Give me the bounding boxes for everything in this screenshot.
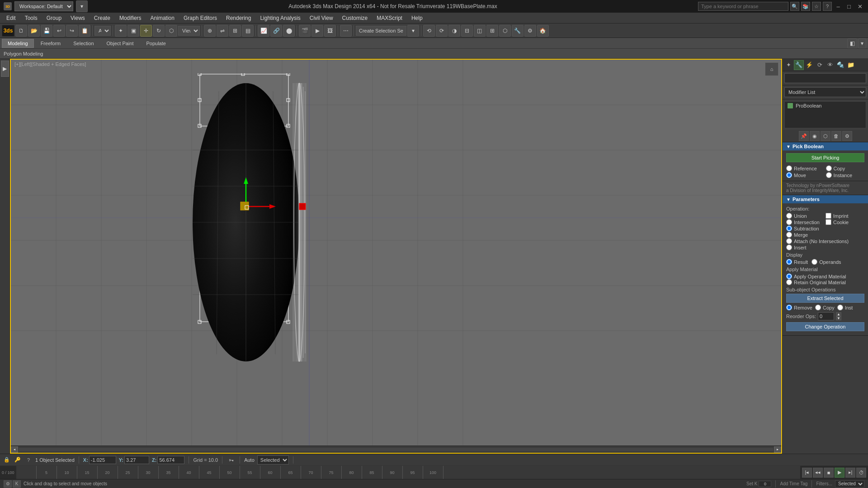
- hierarchy-icon[interactable]: ⚡: [804, 60, 814, 70]
- asset-browser-icon[interactable]: 📁: [846, 60, 856, 70]
- motion-icon[interactable]: ⟳: [815, 60, 825, 70]
- workspace-settings-btn[interactable]: ▾: [76, 0, 88, 12]
- tab-populate[interactable]: Populate: [140, 39, 171, 48]
- apply-operand-radio[interactable]: [786, 273, 792, 279]
- remove-modifier-btn[interactable]: 🗑: [831, 131, 841, 141]
- pick-boolean-header[interactable]: ▼ Pick Boolean: [783, 142, 868, 150]
- menu-graph-editors[interactable]: Graph Editors: [179, 14, 222, 22]
- tool3[interactable]: ◑: [448, 25, 460, 37]
- open-btn[interactable]: 📂: [28, 25, 40, 37]
- key-next-btn[interactable]: ▸|: [845, 468, 855, 478]
- pin-stack-btn[interactable]: 📌: [799, 131, 809, 141]
- x-input[interactable]: [89, 456, 116, 464]
- more-btn[interactable]: ⋯: [340, 25, 352, 37]
- scroll-right[interactable]: ▸: [774, 446, 781, 453]
- tool9[interactable]: ⚙: [524, 25, 536, 37]
- object-name-input[interactable]: Ellipse007: [784, 73, 866, 83]
- viewport-scrollbar[interactable]: ◂ ▸: [11, 446, 781, 453]
- tool1[interactable]: ⟲: [423, 25, 435, 37]
- undo-btn[interactable]: ↩: [53, 25, 65, 37]
- menu-civil-view[interactable]: Civil View: [305, 14, 338, 22]
- start-picking-btn[interactable]: Start Picking: [786, 153, 864, 162]
- status-lock-icon[interactable]: 🔒: [3, 456, 11, 464]
- panel-toggle-btn[interactable]: ◧: [847, 38, 857, 48]
- make-unique-btn[interactable]: ⬡: [821, 131, 830, 141]
- intersection-radio[interactable]: [786, 219, 792, 225]
- tool7[interactable]: ⬡: [499, 25, 511, 37]
- tool2[interactable]: ⟳: [436, 25, 448, 37]
- viewport-play-btn[interactable]: ▶: [1, 61, 9, 77]
- menu-views[interactable]: Views: [66, 14, 90, 22]
- workspace-dropdown[interactable]: Workspace: Default: [14, 1, 73, 11]
- tool5[interactable]: ◫: [474, 25, 486, 37]
- cookie-check[interactable]: [826, 219, 831, 225]
- menu-group[interactable]: Group: [42, 14, 66, 22]
- tool8[interactable]: 🔧: [512, 25, 524, 37]
- menu-lighting-analysis[interactable]: Lighting Analysis: [255, 14, 305, 22]
- panel-arrow-btn[interactable]: ▾: [858, 38, 866, 48]
- select-btn[interactable]: ✦: [115, 25, 127, 37]
- tool10[interactable]: 🏠: [537, 25, 549, 37]
- bottom-selected-dropdown[interactable]: Selected: [835, 480, 864, 488]
- tab-modeling[interactable]: Modeling: [2, 39, 34, 48]
- z-input[interactable]: [157, 456, 184, 464]
- instance-radio[interactable]: [826, 172, 832, 178]
- key-prev-btn[interactable]: |◂: [802, 468, 812, 478]
- select-move-btn[interactable]: ✛: [140, 25, 152, 37]
- create-selection-btn[interactable]: Create Selection Se: [356, 26, 406, 36]
- time-config-btn[interactable]: ⏱: [856, 468, 866, 478]
- viewport[interactable]: [+][Left][Shaded + Edged Faces] ⌂: [10, 59, 782, 454]
- retain-original-radio[interactable]: [786, 279, 792, 285]
- bottom-icon-1[interactable]: ⚙: [4, 480, 12, 488]
- save-btn[interactable]: 💾: [41, 25, 52, 37]
- curve-editor-btn[interactable]: 📈: [258, 25, 269, 37]
- reorder-ops-input[interactable]: [818, 312, 834, 320]
- attach-radio[interactable]: [786, 238, 792, 244]
- modify-icon[interactable]: 🔧: [794, 60, 804, 70]
- tab-selection[interactable]: Selection: [67, 39, 99, 48]
- render-setup-btn[interactable]: 🎬: [299, 25, 311, 37]
- status-help-icon[interactable]: ?: [24, 456, 33, 464]
- tab-freeform[interactable]: Freeform: [35, 39, 67, 48]
- menu-rendering[interactable]: Rendering: [222, 14, 255, 22]
- scroll-left[interactable]: ◂: [11, 446, 18, 453]
- menu-tools[interactable]: Tools: [20, 14, 42, 22]
- hold-btn[interactable]: 📋: [79, 25, 90, 37]
- reorder-down-btn[interactable]: ▼: [836, 316, 841, 320]
- close-button[interactable]: ✕: [855, 2, 864, 11]
- timeline-track[interactable]: 5 10 15 20 25 30 35 40 45 50 55 60 65 70…: [16, 466, 800, 479]
- render-btn[interactable]: ▶: [311, 25, 323, 37]
- operands-radio[interactable]: [811, 259, 817, 265]
- move-radio[interactable]: [786, 172, 792, 178]
- menu-edit[interactable]: Edit: [2, 14, 20, 22]
- parameters-header[interactable]: ▼ Parameters: [783, 195, 868, 203]
- schematic-btn[interactable]: 🔗: [270, 25, 282, 37]
- rotate-btn[interactable]: ↻: [153, 25, 165, 37]
- copy-ext-radio[interactable]: [815, 305, 821, 310]
- minimize-button[interactable]: –: [834, 2, 843, 11]
- extract-selected-btn[interactable]: Extract Selected: [786, 294, 864, 303]
- select-region-btn[interactable]: ▣: [127, 25, 139, 37]
- scroll-track[interactable]: [19, 448, 773, 451]
- show-end-result-btn[interactable]: ◉: [810, 131, 820, 141]
- align-btn[interactable]: ⊞: [229, 25, 241, 37]
- status-key-icon[interactable]: 🔑: [14, 456, 22, 464]
- scale-btn[interactable]: ⬡: [165, 25, 177, 37]
- merge-radio[interactable]: [786, 232, 792, 238]
- app-menu-btn[interactable]: 3ds: [2, 25, 14, 37]
- stop-btn[interactable]: ■: [824, 468, 834, 478]
- view-dropdown[interactable]: View: [178, 26, 200, 36]
- change-operation-btn[interactable]: Change Operation: [786, 322, 864, 331]
- selected-dropdown[interactable]: Selected: [257, 455, 289, 465]
- create-icon[interactable]: ✦: [783, 60, 793, 70]
- menu-create[interactable]: Create: [90, 14, 115, 22]
- display-icon[interactable]: 👁: [825, 60, 835, 70]
- maximize-button[interactable]: □: [844, 2, 854, 11]
- modifier-list-dropdown[interactable]: Modifier List: [784, 87, 866, 97]
- tool6[interactable]: ⊞: [486, 25, 498, 37]
- insert-radio[interactable]: [786, 244, 792, 250]
- reorder-up-btn[interactable]: ▲: [836, 312, 841, 316]
- imprint-check[interactable]: [826, 213, 831, 219]
- bookmark-icon[interactable]: ☆: [812, 2, 821, 11]
- redo-btn[interactable]: ↪: [66, 25, 78, 37]
